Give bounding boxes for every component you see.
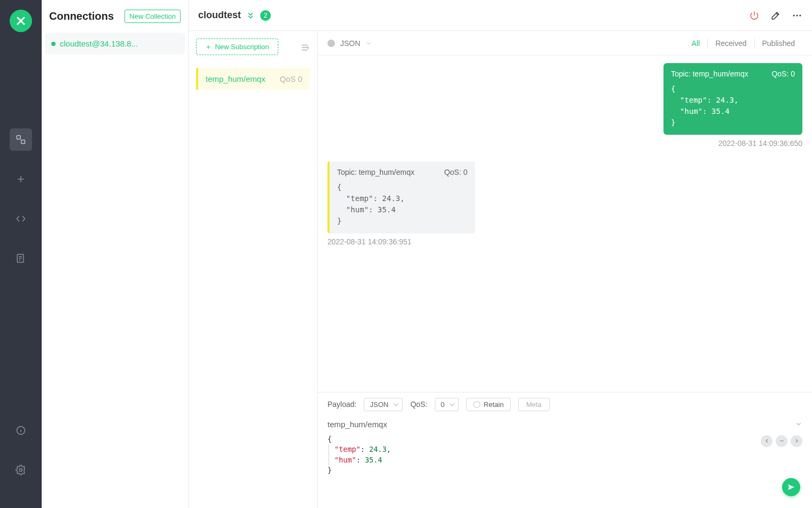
message-qos: QoS: 0 [444,168,467,176]
rail-settings-icon[interactable] [10,459,32,481]
editor-next-icon[interactable] [791,435,802,447]
meta-button[interactable]: Meta [518,398,550,411]
rail-logs-icon[interactable] [10,247,32,270]
payload-format-select[interactable]: JSON [364,398,403,411]
status-dot-icon [51,42,56,46]
connections-panel: Connections New Collection cloudtest@34.… [42,0,189,508]
edit-icon[interactable] [770,10,781,21]
connections-title: Connections [49,10,114,22]
topic-input[interactable] [327,417,795,432]
filter-tab-all[interactable]: All [684,39,708,48]
app-logo [10,10,32,32]
svg-rect-1 [21,140,25,144]
subscription-qos: QoS 0 [279,74,302,83]
disconnect-icon[interactable] [749,10,760,21]
message-timestamp: 2022-08-31 14:09:36:951 [327,237,475,246]
new-subscription-button[interactable]: New Subscription [196,39,278,55]
message-topic: Topic: temp_hum/emqx [671,70,748,78]
payload-editor[interactable]: { "temp": 24.3, "hum": 35.4 } [318,432,812,508]
qos-select[interactable]: 0 [435,398,459,411]
qos-label: QoS: [410,400,427,409]
format-select[interactable]: JSON [327,39,372,48]
subscriptions-panel: New Subscription temp_hum/emqx QoS 0 [189,0,318,508]
retain-checkbox[interactable]: Retain [466,398,511,411]
message-timestamp: 2022-08-31 14:09:36:650 [327,139,802,148]
chevron-down-double-icon[interactable] [246,11,255,20]
payload-label: Payload: [327,400,356,409]
new-collection-button[interactable]: New Collection [124,10,181,23]
editor-prev-icon[interactable] [761,435,772,447]
filter-tab-received[interactable]: Received [707,39,754,48]
retain-label: Retain [483,401,504,409]
filter-tabs: All Received Published [684,39,802,48]
topic-history-icon[interactable] [795,420,802,428]
connection-item[interactable]: cloudtest@34.138.8... [45,33,185,55]
message-sent: Topic: temp_hum/emqx QoS: 0 { "temp": 24… [663,63,802,135]
main-area: cloudtest 2 JSON [318,0,812,508]
rail-scripts-icon[interactable] [10,207,32,230]
rail-new-icon[interactable] [10,168,32,190]
subscription-item[interactable]: temp_hum/emqx QoS 0 [196,68,310,90]
connection-title: cloudtest [198,10,241,21]
message-topic: Topic: temp_hum/emqx [337,168,415,176]
publish-panel: Payload: JSON QoS: 0 Retain Meta [318,392,812,508]
message-received: Topic: temp_hum/emqx QoS: 0 { "temp": 24… [327,161,475,233]
collapse-panel-icon[interactable] [300,43,310,52]
messages-area: Topic: temp_hum/emqx QoS: 0 { "temp": 24… [318,56,812,392]
plus-icon [205,44,212,50]
editor-clear-icon[interactable] [776,435,787,447]
svg-point-7 [799,14,801,16]
message-qos: QoS: 0 [771,70,795,78]
radio-icon [473,401,480,408]
svg-rect-0 [17,136,21,140]
rail-connections-icon[interactable] [10,128,32,151]
message-body: { "temp": 24.3, "hum": 35.4 } [337,182,467,227]
svg-point-5 [793,14,795,16]
chevron-down-icon [365,40,372,47]
more-icon[interactable] [792,10,802,21]
filter-tab-published[interactable]: Published [754,39,803,48]
send-icon [787,483,795,491]
svg-point-6 [797,14,798,16]
format-label: JSON [340,39,360,48]
svg-point-4 [20,469,22,472]
rail-info-icon[interactable] [10,419,32,442]
nav-rail [0,0,42,508]
main-header: cloudtest 2 [189,0,812,31]
send-button[interactable] [782,478,800,496]
format-dot-icon [327,40,335,47]
connection-name: cloudtest@34.138.8... [60,39,138,48]
subscription-topic: temp_hum/emqx [206,74,266,83]
unread-badge: 2 [260,10,271,21]
filter-bar: JSON All Received Published [318,31,812,56]
message-body: { "temp": 24.3, "hum": 35.4 } [671,83,795,128]
new-subscription-label: New Subscription [215,43,269,51]
